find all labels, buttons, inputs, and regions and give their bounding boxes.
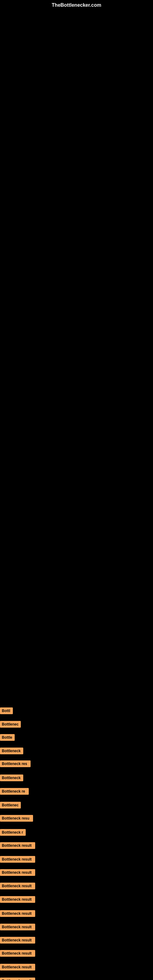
bottleneck-result-label: Bottleneck re	[0, 788, 29, 795]
bottleneck-result-label: Bottleneck r	[0, 829, 26, 836]
bottleneck-result-label: Bottle	[0, 734, 15, 741]
bottleneck-result-label: Bottleneck result	[0, 842, 35, 849]
bottleneck-result-label: Bottleneck result	[0, 950, 35, 957]
bottleneck-result-label: Bottleneck	[0, 748, 23, 754]
bottleneck-result-label: Bottleneck result	[0, 869, 35, 876]
bottleneck-result-label: Bottleneck resu	[0, 815, 33, 822]
bottleneck-result-label: Bottleneck result	[0, 964, 35, 970]
bottleneck-result-label: Bottlenec	[0, 802, 21, 808]
bottleneck-result-label: Bottleneck result	[0, 856, 35, 863]
bottleneck-result-label: Bottleneck result	[0, 937, 35, 943]
bottleneck-result-label: Bottl	[0, 708, 13, 714]
bottleneck-result-label: Bottleneck result	[0, 978, 35, 980]
bottleneck-result-label: Bottleneck result	[0, 896, 35, 903]
bottleneck-result-label: Bottlenec	[0, 721, 21, 728]
bottleneck-result-label: Bottleneck result	[0, 924, 35, 931]
bottleneck-result-label: Bottleneck	[0, 775, 23, 781]
bottleneck-result-label: Bottleneck result	[0, 883, 35, 889]
bottleneck-result-label: Bottleneck result	[0, 910, 35, 917]
bottleneck-result-label: Bottleneck res	[0, 760, 30, 767]
site-title: TheBottlenecker.com	[52, 2, 101, 8]
